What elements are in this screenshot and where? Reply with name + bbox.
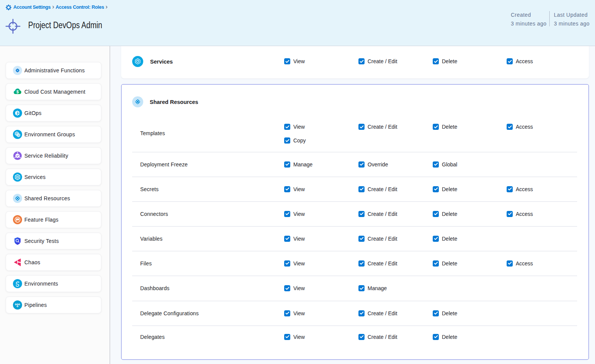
- svg-text:$: $: [16, 89, 19, 94]
